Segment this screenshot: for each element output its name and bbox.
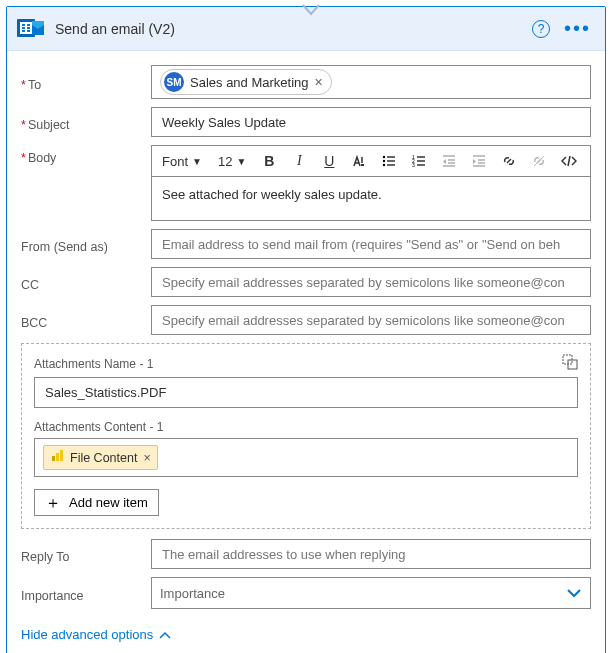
to-field[interactable]: SM Sales and Marketing × — [151, 65, 591, 99]
importance-select[interactable]: Importance — [151, 577, 591, 609]
bold-button[interactable]: B — [258, 150, 280, 172]
attachments-panel: Attachments Name - 1 Attachments Content… — [21, 343, 591, 529]
flow-connector-arrow — [302, 4, 320, 19]
font-family-select[interactable]: Font ▼ — [158, 152, 206, 171]
bullet-list-button[interactable] — [378, 150, 400, 172]
svg-text:3: 3 — [412, 162, 415, 168]
chevron-down-icon: ▼ — [192, 156, 202, 167]
format-button[interactable] — [348, 150, 370, 172]
card-body: *To SM Sales and Marketing × *Subject — [7, 51, 605, 653]
outlook-icon — [17, 15, 45, 43]
reply-to-input[interactable] — [160, 546, 582, 563]
more-menu-button[interactable]: ••• — [560, 17, 595, 40]
attachment-name-input[interactable] — [43, 384, 569, 401]
italic-button[interactable]: I — [288, 150, 310, 172]
from-input[interactable] — [160, 236, 582, 253]
svg-rect-7 — [27, 30, 30, 32]
cc-label: CC — [21, 272, 151, 292]
avatar: SM — [164, 72, 184, 92]
svg-point-10 — [383, 160, 385, 162]
from-label: From (Send as) — [21, 234, 151, 254]
remove-chip-icon[interactable]: × — [315, 74, 323, 90]
to-recipient-chip[interactable]: SM Sales and Marketing × — [160, 69, 332, 95]
help-icon[interactable]: ? — [532, 20, 550, 38]
hide-advanced-toggle[interactable]: Hide advanced options — [21, 627, 171, 642]
svg-point-11 — [383, 164, 385, 166]
chevron-down-icon — [566, 586, 582, 601]
add-button-label: Add new item — [69, 495, 148, 510]
number-list-button[interactable]: 123 — [408, 150, 430, 172]
indent-button[interactable] — [468, 150, 490, 172]
outdent-button[interactable] — [438, 150, 460, 172]
add-attachment-button[interactable]: ＋ Add new item — [34, 489, 159, 516]
plus-icon: ＋ — [45, 496, 61, 510]
font-size-select[interactable]: 12 ▼ — [214, 152, 250, 171]
unlink-button[interactable] — [528, 150, 550, 172]
chip-label: Sales and Marketing — [190, 75, 309, 90]
body-label: *Body — [21, 145, 151, 165]
chevron-up-icon — [159, 627, 171, 642]
svg-rect-6 — [22, 30, 25, 32]
subject-label: *Subject — [21, 112, 151, 132]
svg-rect-1 — [20, 22, 32, 34]
svg-rect-5 — [27, 27, 30, 29]
cc-input[interactable] — [160, 274, 582, 291]
card-title: Send an email (V2) — [55, 21, 522, 37]
link-button[interactable] — [498, 150, 520, 172]
action-card: Send an email (V2) ? ••• *To SM Sales an… — [6, 6, 606, 653]
subject-input[interactable] — [160, 114, 582, 131]
remove-token-icon[interactable]: × — [143, 451, 150, 465]
token-label: File Content — [70, 451, 137, 465]
attachment-content-label: Attachments Content - 1 — [34, 420, 578, 434]
reply-to-label: Reply To — [21, 544, 151, 564]
svg-rect-2 — [22, 24, 25, 26]
body-editor[interactable]: See attached for weekly sales update. — [151, 177, 591, 221]
to-label: *To — [21, 72, 151, 92]
svg-rect-34 — [60, 450, 63, 461]
rich-text-toolbar: Font ▼ 12 ▼ B I U — [151, 145, 591, 177]
svg-rect-3 — [27, 24, 30, 26]
chevron-down-icon: ▼ — [236, 156, 246, 167]
svg-rect-4 — [22, 27, 25, 29]
importance-label: Importance — [21, 583, 151, 603]
svg-rect-32 — [52, 456, 55, 461]
bcc-input[interactable] — [160, 312, 582, 329]
switch-mode-icon[interactable] — [562, 354, 578, 373]
code-view-button[interactable] — [558, 150, 580, 172]
svg-rect-33 — [56, 453, 59, 461]
file-content-token[interactable]: File Content × — [43, 445, 158, 470]
attachment-content-field[interactable]: File Content × — [34, 438, 578, 477]
attachment-name-label: Attachments Name - 1 — [34, 357, 153, 371]
bcc-label: BCC — [21, 310, 151, 330]
svg-point-9 — [383, 156, 385, 158]
select-placeholder: Importance — [160, 586, 225, 601]
powerbi-icon — [50, 449, 64, 466]
underline-button[interactable]: U — [318, 150, 340, 172]
